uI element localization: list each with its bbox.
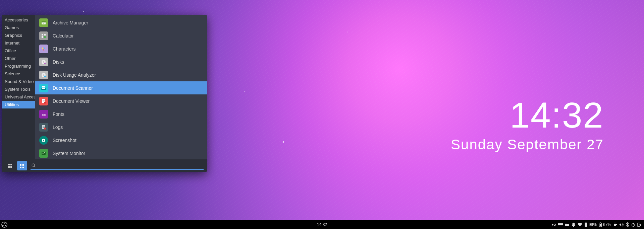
- svg-point-61: [573, 226, 574, 227]
- category-item-universal-access[interactable]: Universal Access: [2, 93, 35, 101]
- scanner-icon: [39, 84, 48, 92]
- category-item-games[interactable]: Games: [2, 24, 35, 31]
- svg-rect-19: [42, 87, 45, 87]
- svg-text:i: i: [45, 75, 45, 77]
- power-icon: [631, 223, 635, 227]
- bluetooth-icon: [626, 222, 629, 227]
- category-item-accessories[interactable]: Accessories: [2, 16, 35, 24]
- menu-search: [31, 162, 204, 170]
- app-item-disk-usage-analyzer[interactable]: i Disk Usage Analyzer: [35, 68, 207, 81]
- app-item-system-monitor[interactable]: System Monitor: [35, 147, 207, 159]
- category-item-utilities[interactable]: Utilities: [2, 101, 35, 108]
- category-item-office[interactable]: Office: [2, 47, 35, 55]
- category-item-programming[interactable]: Programming: [2, 62, 35, 70]
- svg-rect-23: [43, 101, 45, 101]
- tray-places-button[interactable]: [565, 223, 570, 227]
- grid-small-icon: [20, 163, 24, 168]
- category-item-graphics[interactable]: Graphics: [2, 31, 35, 39]
- app-item-document-viewer[interactable]: Document Viewer: [35, 94, 207, 107]
- tray-notifications-button[interactable]: [572, 222, 576, 227]
- svg-point-34: [43, 140, 44, 141]
- svg-rect-66: [600, 223, 601, 223]
- disks-icon: [39, 58, 48, 66]
- tray-network-button[interactable]: [578, 223, 582, 227]
- category-item-sound-video[interactable]: Sound & Video: [2, 78, 35, 85]
- panel-system-tray: 99% 67%: [551, 222, 644, 227]
- svg-rect-63: [585, 223, 586, 223]
- tray-indicator-dot[interactable]: [551, 223, 556, 226]
- svg-rect-44: [20, 165, 21, 166]
- desktop-clock-time: 14:32: [451, 97, 604, 133]
- svg-rect-67: [614, 224, 616, 226]
- view-toggle-grid[interactable]: [5, 161, 15, 170]
- svg-rect-42: [22, 164, 23, 165]
- svg-rect-28: [43, 126, 45, 126]
- grid-icon: [8, 163, 12, 168]
- svg-point-14: [43, 74, 44, 75]
- svg-rect-45: [22, 165, 23, 166]
- svg-rect-37: [8, 164, 10, 165]
- svg-point-57: [554, 224, 555, 226]
- battery-icon: [599, 222, 602, 227]
- svg-line-51: [34, 166, 35, 167]
- tray-battery2[interactable]: 67%: [599, 222, 611, 227]
- circles-icon: [551, 223, 556, 226]
- desktop-clock-date: Sunday September 27: [451, 137, 604, 153]
- tray-caffeine-button[interactable]: [613, 222, 617, 227]
- app-item-document-scanner[interactable]: Document Scanner: [35, 81, 207, 94]
- svg-point-56: [552, 224, 553, 226]
- app-item-label: Disk Usage Analyzer: [53, 72, 96, 78]
- app-item-label: Logs: [53, 125, 63, 130]
- svg-rect-3: [42, 34, 43, 35]
- app-item-label: Screenshot: [53, 138, 76, 143]
- svg-rect-35: [43, 139, 44, 139]
- svg-rect-30: [43, 127, 45, 128]
- app-item-screenshot[interactable]: Screenshot: [35, 134, 207, 147]
- tray-bluetooth-button[interactable]: [626, 222, 629, 227]
- tray-session-button[interactable]: [637, 223, 641, 227]
- menu-app-scroll[interactable]: Archive Manager Calculator Characters: [35, 15, 207, 159]
- svg-point-53: [4, 223, 5, 224]
- app-item-archive-manager[interactable]: Archive Manager: [35, 16, 207, 29]
- characters-icon: [39, 45, 48, 53]
- document-viewer-icon: [39, 97, 48, 105]
- svg-point-8: [44, 48, 45, 49]
- app-item-characters[interactable]: Characters: [35, 42, 207, 55]
- app-item-calculator[interactable]: Calculator: [35, 29, 207, 42]
- svg-rect-4: [44, 34, 46, 35]
- tray-power-button[interactable]: [631, 223, 635, 227]
- category-item-internet[interactable]: Internet: [2, 39, 35, 47]
- category-item-science[interactable]: Science: [2, 70, 35, 78]
- svg-text:a: a: [44, 113, 46, 116]
- svg-rect-47: [20, 167, 21, 168]
- tray-battery1[interactable]: 99%: [584, 222, 597, 227]
- view-toggle-list[interactable]: [17, 161, 27, 170]
- svg-rect-5: [42, 36, 43, 38]
- app-item-disks[interactable]: Disks: [35, 55, 207, 68]
- menu-search-input[interactable]: [38, 163, 204, 168]
- tray-menu-button[interactable]: [558, 223, 563, 227]
- system-monitor-icon: [39, 149, 48, 158]
- app-item-label: Document Scanner: [53, 85, 93, 91]
- fonts-icon: aa: [39, 110, 48, 119]
- cup-icon: [613, 222, 617, 227]
- app-item-fonts[interactable]: aa Fonts: [35, 107, 207, 121]
- disk-usage-icon: i: [39, 71, 48, 79]
- app-item-label: Calculator: [53, 33, 74, 39]
- app-item-label: Fonts: [53, 111, 64, 117]
- tray-volume-button[interactable]: [619, 223, 624, 227]
- panel-clock[interactable]: 14:32: [317, 222, 327, 227]
- screenshot-icon: [39, 136, 48, 145]
- svg-rect-65: [600, 224, 601, 226]
- svg-rect-29: [43, 127, 45, 127]
- app-item-label: Characters: [53, 46, 75, 52]
- panel-launcher-button[interactable]: [0, 222, 9, 228]
- wifi-icon: [578, 223, 582, 227]
- svg-point-55: [5, 225, 6, 226]
- app-item-label: Disks: [53, 59, 64, 65]
- app-item-logs[interactable]: ! Logs: [35, 121, 207, 134]
- category-item-other[interactable]: Other: [2, 55, 35, 62]
- svg-rect-49: [23, 167, 24, 168]
- category-item-system-tools[interactable]: System Tools: [2, 85, 35, 93]
- folder-icon: [565, 223, 570, 227]
